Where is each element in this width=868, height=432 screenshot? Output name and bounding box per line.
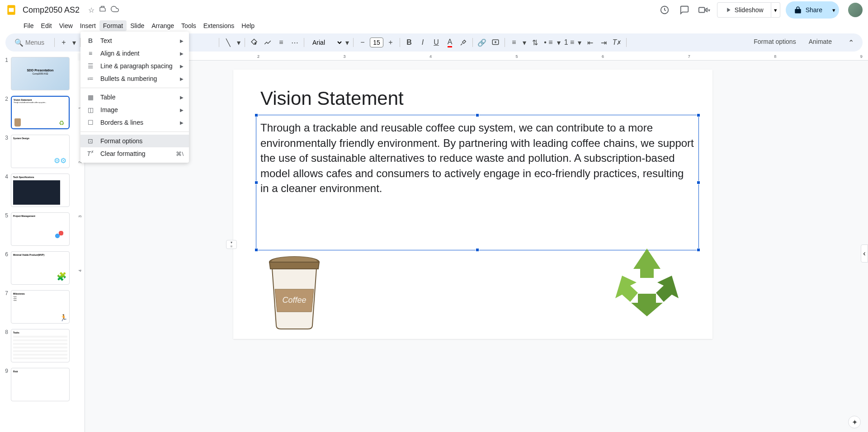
slide-thumbnail-7[interactable]: 7 Milestones• item• item• item🏃: [2, 290, 76, 324]
text-color-button[interactable]: A: [443, 36, 456, 49]
slide-thumbnail-5[interactable]: 5 Project Management: [2, 212, 76, 246]
resize-handle-mr[interactable]: [697, 181, 700, 184]
line-tool[interactable]: ╲: [222, 36, 235, 49]
cloud-icon[interactable]: [111, 5, 119, 15]
menu-option-table[interactable]: ▦ Table ▶: [80, 91, 189, 103]
coffee-cup-image[interactable]: Coffee: [265, 249, 324, 330]
new-slide-button[interactable]: +: [57, 36, 70, 49]
menu-option-bullets[interactable]: ≔ Bullets & numbering ▶: [80, 72, 189, 85]
slide-thumbnail-8[interactable]: 8 Tasks: [2, 329, 76, 362]
numbered-list-button[interactable]: 1 ≡: [563, 36, 576, 49]
svg-rect-1: [9, 8, 14, 12]
slide-thumbnail-9[interactable]: 9 Risk: [2, 368, 76, 401]
insert-comment-button[interactable]: [489, 36, 502, 49]
menu-search-input[interactable]: [25, 39, 48, 46]
decrease-font-size[interactable]: −: [356, 36, 369, 49]
svg-rect-3: [699, 8, 705, 13]
slide-thumbnail-1[interactable]: 1 SDD PresentationComp2050 AS2: [2, 57, 76, 90]
menu-insert[interactable]: Insert: [76, 20, 99, 31]
decrease-indent-button[interactable]: ⇤: [584, 36, 596, 49]
resize-handle-tl[interactable]: [255, 113, 258, 117]
svg-text:Coffee: Coffee: [282, 296, 306, 305]
resize-handle-br[interactable]: [697, 248, 700, 252]
line-spacing-button[interactable]: ⇅: [528, 36, 541, 49]
fill-color-button[interactable]: [248, 36, 260, 49]
slide-title[interactable]: Vision Statement: [260, 88, 404, 109]
star-icon[interactable]: ☆: [88, 6, 94, 14]
menu-format[interactable]: Format: [99, 20, 127, 31]
clear-formatting-button[interactable]: T✗: [611, 36, 623, 49]
increase-indent-button[interactable]: ⇥: [597, 36, 610, 49]
menu-view[interactable]: View: [56, 20, 76, 31]
resize-handle-tm[interactable]: [476, 113, 479, 117]
slide-thumbnail-6[interactable]: 6 Minimal Viable Product(MVP)🧩: [2, 251, 76, 285]
menu-option-format-options[interactable]: ⊡ Format options: [80, 135, 189, 147]
user-avatar[interactable]: [848, 3, 863, 17]
menu-help[interactable]: Help: [238, 20, 258, 31]
slideshow-button[interactable]: Slideshow: [717, 2, 771, 18]
line-dropdown[interactable]: ▾: [236, 36, 242, 49]
new-slide-dropdown[interactable]: ▾: [71, 36, 77, 49]
slides-logo[interactable]: [5, 4, 17, 16]
history-icon[interactable]: [657, 3, 672, 17]
explore-button[interactable]: ✦: [848, 416, 861, 428]
collapse-toolbar-button[interactable]: ⌃: [844, 36, 857, 49]
menu-option-image[interactable]: ◫ Image ▶: [80, 103, 189, 116]
slide-thumbnail-2[interactable]: 2 Vision StatementThrough a trackable an…: [2, 96, 76, 129]
canvas-area: 1 2 3 4 5 6 7 8 9 1 2 3 4 Vision Stateme…: [78, 53, 868, 432]
slideshow-dropdown[interactable]: ▾: [771, 2, 780, 18]
bullet-dropdown[interactable]: ▾: [556, 36, 562, 49]
bold-button[interactable]: B: [403, 36, 415, 49]
slide-body-text[interactable]: Through a trackable and reusable coffee …: [260, 120, 694, 196]
menu-arrange[interactable]: Arrange: [148, 20, 178, 31]
increase-font-size[interactable]: +: [384, 36, 397, 49]
menu-extensions[interactable]: Extensions: [200, 20, 238, 31]
border-dash-button[interactable]: ⋯: [288, 36, 301, 49]
chevron-right-icon: ▶: [180, 76, 184, 81]
collapse-toggle[interactable]: ▾≡: [226, 240, 237, 249]
menu-option-clear-formatting[interactable]: T✗ Clear formatting ⌘\: [80, 147, 189, 160]
share-dropdown[interactable]: ▾: [829, 1, 839, 19]
menu-file[interactable]: File: [20, 20, 38, 31]
slide-canvas[interactable]: Vision Statement Through a trackable and…: [233, 70, 712, 339]
document-title[interactable]: Comp2050 AS2: [21, 5, 81, 15]
move-icon[interactable]: [99, 5, 106, 14]
font-size-input[interactable]: [370, 38, 383, 47]
slide-thumbnail-4[interactable]: 4 Tech Specifications: [2, 174, 76, 207]
meet-icon[interactable]: ▾: [697, 3, 712, 17]
horizontal-ruler: 1 2 3 4 5 6 7 8 9: [85, 53, 868, 61]
align-icon: ≡: [86, 50, 95, 57]
comments-icon[interactable]: [677, 3, 692, 17]
menu-option-spacing[interactable]: ☰ Line & paragraph spacing ▶: [80, 60, 189, 72]
format-options-button[interactable]: Format options: [750, 36, 799, 49]
bullet-list-button[interactable]: • ≡: [542, 36, 555, 49]
resize-handle-bl[interactable]: [255, 248, 258, 252]
menu-option-borders[interactable]: ☐ Borders & lines ▶: [80, 116, 189, 129]
underline-button[interactable]: U: [430, 36, 443, 49]
italic-button[interactable]: I: [416, 36, 429, 49]
align-dropdown[interactable]: ▾: [521, 36, 528, 49]
resize-handle-ml[interactable]: [255, 181, 258, 184]
font-dropdown[interactable]: ▾: [344, 36, 350, 49]
resize-handle-bm[interactable]: [476, 248, 479, 252]
highlight-button[interactable]: [457, 36, 470, 49]
menu-option-align[interactable]: ≡ Align & indent ▶: [80, 47, 189, 60]
border-weight-button[interactable]: ≡: [275, 36, 288, 49]
menu-bar: File Edit View Insert Format Slide Arran…: [0, 20, 868, 32]
insert-link-button[interactable]: 🔗: [476, 36, 488, 49]
menu-slide[interactable]: Slide: [127, 20, 148, 31]
resize-handle-tr[interactable]: [697, 113, 700, 117]
chevron-right-icon: ▶: [180, 95, 184, 100]
animate-button[interactable]: Animate: [805, 36, 835, 49]
recycle-icon-image[interactable]: [609, 244, 685, 321]
font-family-select[interactable]: Arial: [307, 37, 343, 48]
border-color-button[interactable]: [261, 36, 274, 49]
menu-edit[interactable]: Edit: [38, 20, 56, 31]
align-button[interactable]: ≡: [508, 36, 520, 49]
menu-option-text[interactable]: B Text ▶: [80, 34, 189, 47]
slide-thumbnail-3[interactable]: 3 System Design⚙⚙: [2, 135, 76, 168]
menu-tools[interactable]: Tools: [178, 20, 200, 31]
share-button[interactable]: Share: [786, 1, 830, 19]
numbered-dropdown[interactable]: ▾: [576, 36, 583, 49]
sidebar-toggle[interactable]: ‹: [861, 244, 868, 263]
